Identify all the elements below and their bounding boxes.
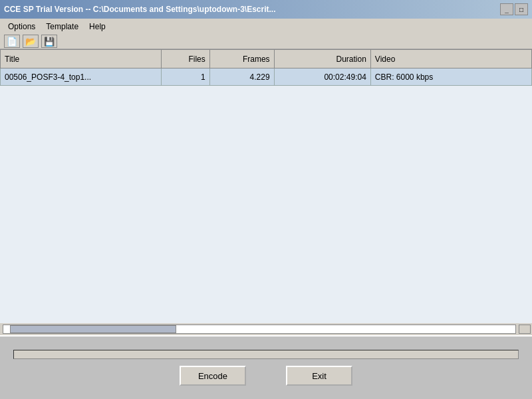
col-header-frames: Frames: [209, 50, 274, 68]
cell-files: 1: [162, 68, 210, 86]
maximize-button[interactable]: □: [515, 3, 528, 15]
menu-template[interactable]: Template: [41, 21, 84, 33]
cell-frames: 4.229: [209, 68, 274, 86]
new-button[interactable]: 📄: [4, 35, 20, 48]
title-bar: CCE SP Trial Version -- C:\Documents and…: [0, 0, 532, 19]
menu-help[interactable]: Help: [84, 21, 111, 33]
bottom-panel: Encode Exit: [0, 335, 532, 399]
scrollbar-right-corner: [519, 325, 531, 334]
horizontal-scrollbar[interactable]: [3, 325, 516, 334]
encode-button[interactable]: Encode: [180, 366, 246, 386]
col-header-duration: Duration: [274, 50, 370, 68]
open-button[interactable]: 📂: [23, 35, 39, 48]
menu-items: Options Template Help: [0, 19, 532, 34]
cell-duration: 00:02:49:04: [274, 68, 370, 86]
bottom-scrollbar[interactable]: [13, 350, 519, 359]
exit-button[interactable]: Exit: [286, 366, 352, 386]
new-icon: 📄: [7, 37, 17, 47]
cell-title: 00506_POSF3-4_top1...: [1, 68, 162, 86]
file-table: Title Files Frames Duration Video 00506_…: [0, 49, 532, 86]
table-row[interactable]: 00506_POSF3-4_top1... 1 4.229 00:02:49:0…: [1, 68, 532, 86]
window-title: CCE SP Trial Version -- C:\Documents and…: [4, 5, 500, 14]
table-body: 00506_POSF3-4_top1... 1 4.229 00:02:49:0…: [1, 68, 532, 86]
col-header-files: Files: [162, 50, 210, 68]
open-icon: 📂: [25, 37, 36, 47]
minimize-button[interactable]: _: [500, 3, 513, 15]
scroll-area: [0, 323, 532, 335]
menu-options[interactable]: Options: [3, 21, 41, 33]
main-area: Title Files Frames Duration Video 00506_…: [0, 49, 532, 335]
scrollbar-thumb[interactable]: [10, 325, 176, 333]
bottom-buttons: Encode Exit: [180, 366, 352, 386]
toolbar: 📄 📂 💾: [0, 34, 532, 49]
table-header-row: Title Files Frames Duration Video: [1, 50, 532, 68]
title-buttons: _ □: [500, 3, 528, 15]
save-button[interactable]: 💾: [41, 35, 57, 48]
save-icon: 💾: [44, 37, 55, 47]
col-header-video: Video: [370, 50, 531, 68]
cell-video: CBR: 6000 kbps: [370, 68, 531, 86]
col-header-title: Title: [1, 50, 162, 68]
menu-bar: Options Template Help 📄 📂 💾: [0, 19, 532, 49]
